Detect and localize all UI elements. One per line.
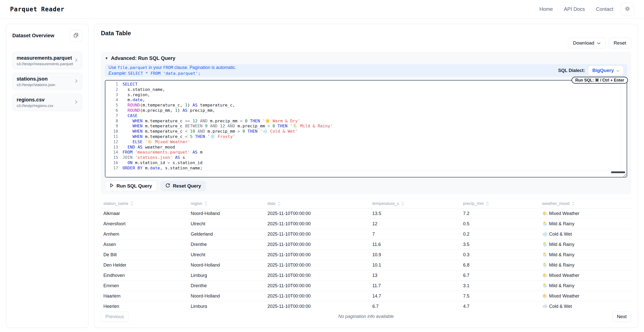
- code-line: 2 s.station_name,: [105, 87, 627, 92]
- code-line: 9 WHEN m.temperature_c BETWEEN 9 AND 12 …: [105, 124, 627, 129]
- table-row: AlkmaarNoord-Holland2025-11-10T00:00:001…: [101, 208, 631, 219]
- top-bar: Parquet Reader Home API Docs Contact: [0, 0, 644, 19]
- sql-hint-banner: Use file.parquet in your FROM clause. Pa…: [105, 64, 627, 77]
- code-text: m.date,: [123, 97, 145, 103]
- code-text: ON m.station_id = s.station_id: [123, 160, 203, 166]
- page-content: Dataset Overview measurements.parquet s3…: [0, 19, 644, 328]
- table-cell: 2025-11-10T00:00:00: [265, 229, 370, 239]
- download-button[interactable]: Download: [568, 38, 606, 48]
- code-line: 13 END AS weather_mood: [105, 145, 627, 150]
- reset-query-button[interactable]: Reset Query: [160, 181, 206, 191]
- code-line: 3 s.region,: [105, 92, 627, 98]
- sort-icon[interactable]: [484, 201, 489, 206]
- line-number: 1: [105, 82, 118, 87]
- table-cell: 14.7: [370, 291, 461, 301]
- table-cell: Eindhoven: [101, 270, 188, 281]
- sql-code-editor[interactable]: 1SELECT2 s.station_name,3 s.region,4 m.d…: [105, 80, 627, 177]
- code-text: CASE: [123, 113, 138, 119]
- code-text: WHEN m.temperature_c BETWEEN 9 AND 12 AN…: [123, 124, 333, 129]
- theme-toggle-button[interactable]: [621, 3, 634, 16]
- table-cell: Gelderland: [188, 229, 265, 239]
- table-cell: 10.9: [370, 250, 461, 260]
- dataset-item-measurements[interactable]: measurements.parquet s3://testpr/measure…: [12, 52, 82, 69]
- nav-link-contact[interactable]: Contact: [596, 6, 613, 12]
- code-line: 5 ROUND(m.temperature_c, 1) AS temperatu…: [105, 103, 627, 108]
- table-cell: 2025-11-10T00:00:00: [265, 239, 370, 250]
- table-cell: 🌤️ Mixed Weather: [540, 270, 631, 281]
- play-icon: [110, 183, 114, 189]
- sort-icon[interactable]: [275, 201, 280, 206]
- table-row: ArnhemGelderland2025-11-10T00:00:0070.2🌧…: [101, 229, 631, 239]
- table-row: Den HelderNoord-Holland2025-11-10T00:00:…: [101, 260, 631, 270]
- advanced-section-title: Advanced: Run SQL Query: [111, 55, 175, 61]
- dataset-item-stations[interactable]: stations.json s3://testpr/stations.json: [12, 73, 82, 90]
- dataset-item-regions[interactable]: regions.csv s3://testpr/regions.csv: [12, 94, 82, 111]
- nav-link-home[interactable]: Home: [539, 6, 553, 12]
- collapse-triangle-icon: ▼: [105, 56, 108, 60]
- table-cell: 3.1: [461, 281, 540, 291]
- sql-code-lines: 1SELECT2 s.station_name,3 s.region,4 m.d…: [105, 81, 627, 171]
- dataset-name: regions.csv: [17, 97, 75, 103]
- sql-editor-wrap: Run SQL: ⌘ / Ctrl + Enter 1SELECT2 s.sta…: [105, 80, 627, 177]
- pagination-bar: Previous No pagination info available Ne…: [101, 311, 631, 322]
- next-page-button[interactable]: Next: [612, 311, 631, 322]
- result-table: station_nameregiondatetemperature_cpreci…: [101, 199, 631, 308]
- table-cell: 🌦️ Mild & Rainy: [540, 239, 631, 250]
- column-header-temperature_c[interactable]: temperature_c: [370, 199, 461, 208]
- column-header-region[interactable]: region: [188, 199, 265, 208]
- copy-datasets-button[interactable]: [70, 30, 82, 41]
- page-title: Data Table: [101, 30, 631, 37]
- editor-vertical-scroll-track: [621, 81, 621, 171]
- run-sql-query-button[interactable]: Run SQL Query: [105, 181, 157, 191]
- column-label: region: [191, 201, 202, 206]
- table-cell: 🌤️ Mixed Weather: [540, 291, 631, 301]
- table-cell: 2025-11-10T00:00:00: [265, 260, 370, 270]
- editor-horizontal-scroll-thumb[interactable]: [611, 171, 625, 173]
- reset-button[interactable]: Reset: [609, 38, 631, 48]
- line-number: 14: [105, 150, 118, 155]
- editor-horizontal-scrollbar: [105, 171, 627, 177]
- code-text: ELSE '🌤️ Mixed Weather': [123, 139, 190, 145]
- reset-query-label: Reset Query: [173, 183, 201, 189]
- column-header-weather_mood[interactable]: weather_mood: [540, 199, 631, 208]
- table-body: AlkmaarNoord-Holland2025-11-10T00:00:001…: [101, 208, 631, 308]
- column-label: temperature_c: [372, 201, 399, 206]
- table-row: HaarlemNoord-Holland2025-11-10T00:00:001…: [101, 291, 631, 301]
- table-cell: Alkmaar: [101, 208, 188, 219]
- sort-icon[interactable]: [202, 201, 207, 206]
- sun-icon: [624, 6, 630, 13]
- run-sql-shortcut-tooltip: Run SQL: ⌘ / Ctrl + Enter: [572, 77, 628, 84]
- sort-icon[interactable]: [570, 201, 575, 206]
- column-header-precip_mm[interactable]: precip_mm: [461, 199, 540, 208]
- sort-icon[interactable]: [399, 201, 404, 206]
- sort-icon[interactable]: [128, 201, 133, 206]
- table-cell: Amersfoort: [101, 219, 188, 229]
- dataset-path: s3://testpr/regions.csv: [17, 103, 75, 108]
- line-number: 2: [105, 87, 118, 92]
- code-text: FROM 'measurements.parquet' AS m: [123, 150, 203, 155]
- reset-label: Reset: [614, 40, 626, 46]
- download-label: Download: [573, 40, 594, 46]
- advanced-section-toggle[interactable]: ▼ Advanced: Run SQL Query: [105, 55, 627, 61]
- code-text: WHEN m.temperature_c < 10 AND m.precip_m…: [123, 129, 298, 134]
- table-cell: Emmen: [101, 281, 188, 291]
- line-number: 12: [105, 139, 118, 145]
- nav-link-api-docs[interactable]: API Docs: [564, 6, 585, 12]
- chevron-right-icon: [75, 79, 78, 84]
- table-cell: 2025-11-10T00:00:00: [265, 270, 370, 281]
- table-cell: 🌤️ Mixed Weather: [540, 208, 631, 219]
- code-text: ROUND(m.temperature_c, 1) AS temperature…: [123, 103, 235, 108]
- column-header-station_name[interactable]: station_name: [101, 199, 188, 208]
- line-number: 16: [105, 160, 118, 166]
- sql-dialect-select[interactable]: BigQuery: [588, 65, 624, 76]
- column-header-date[interactable]: date: [265, 199, 370, 208]
- table-cell: Noord-Holland: [188, 260, 265, 270]
- line-number: 10: [105, 129, 118, 134]
- code-line: 15JOIN 'stations.json' AS s: [105, 155, 627, 160]
- table-row: HeerlenLimburg2025-11-10T00:00:006.74.7🌧…: [101, 301, 631, 308]
- line-number: 9: [105, 124, 118, 129]
- table-cell: 7.5: [461, 291, 540, 301]
- sql-hint-text: Use file.parquet in your FROM clause. Pa…: [108, 65, 236, 76]
- line-number: 4: [105, 97, 118, 103]
- table-cell: 2025-11-10T00:00:00: [265, 291, 370, 301]
